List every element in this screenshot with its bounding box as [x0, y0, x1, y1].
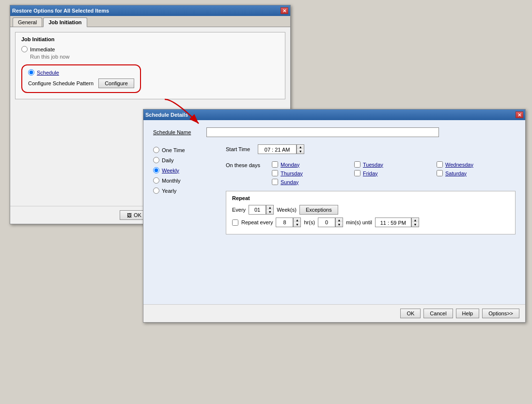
immediate-radio[interactable]	[21, 46, 28, 52]
frequency-panel: One Time Daily Weekly Monthly Yearly	[153, 144, 216, 234]
until-down[interactable]: ▼	[412, 222, 419, 227]
friday-checkbox[interactable]	[354, 170, 360, 176]
hrs-spinner: ▲ ▼	[293, 218, 301, 227]
restore-window-body: Job Initiation Immediate Run this job no…	[10, 27, 290, 109]
monday-checkbox[interactable]	[272, 161, 278, 168]
immediate-label: Immediate	[30, 47, 55, 52]
job-initiation-title: Job Initiation	[21, 36, 279, 42]
schedule-radio-row: Schedule	[28, 69, 134, 76]
schedule-close-button[interactable]: ✕	[516, 111, 523, 118]
saturday-row: Saturday	[437, 170, 514, 176]
repeat-section: Repeat Every ▲ ▼ Week(s) Exceptions	[226, 191, 516, 234]
wednesday-checkbox[interactable]	[437, 161, 443, 168]
monthly-row: Monthly	[153, 177, 216, 184]
on-these-days-label: On these days	[226, 162, 265, 168]
restore-window-title: Restore Options for All Selected Items	[12, 8, 109, 14]
tuesday-label: Tuesday	[363, 162, 383, 168]
configure-row: Configure Schedule Pattern Configure	[28, 78, 134, 88]
saturday-checkbox[interactable]	[437, 170, 443, 176]
monthly-radio[interactable]	[153, 177, 159, 184]
wednesday-label: Wednesday	[445, 162, 473, 168]
tab-general[interactable]: General	[13, 17, 42, 27]
hrs-up[interactable]: ▲	[294, 218, 300, 222]
schedule-footer: OK Cancel Help Options>>	[143, 304, 525, 322]
restore-close-button[interactable]: ✕	[281, 7, 288, 14]
one-time-label: One Time	[162, 147, 185, 153]
hrs-input[interactable]	[276, 218, 293, 227]
mins-input[interactable]	[318, 218, 335, 227]
weeks-label: Week(s)	[277, 207, 297, 213]
immediate-radio-row: Immediate	[21, 46, 279, 52]
thursday-row: Thursday	[272, 170, 349, 176]
restore-title-bar: Restore Options for All Selected Items ✕	[10, 5, 290, 16]
schedule-cancel-button[interactable]: Cancel	[423, 309, 453, 318]
every-input[interactable]	[249, 205, 266, 215]
schedule-body: Schedule Name One Time Daily Weekly	[143, 120, 525, 304]
one-time-radio[interactable]	[153, 147, 159, 153]
friday-row: Friday	[354, 170, 432, 176]
job-initiation-section: Job Initiation Immediate Run this job no…	[15, 32, 285, 99]
mins-spinner: ▲ ▼	[335, 218, 343, 227]
start-time-spinner: ▲ ▼	[297, 144, 304, 154]
days-grid: Monday Tuesday Wednesday	[272, 161, 516, 185]
daily-row: Daily	[153, 157, 216, 163]
tuesday-checkbox[interactable]	[354, 161, 360, 168]
every-down[interactable]: ▼	[266, 210, 273, 214]
every-label: Every	[232, 207, 246, 213]
schedule-help-button[interactable]: Help	[456, 309, 480, 318]
one-time-row: One Time	[153, 147, 216, 153]
weekly-radio[interactable]	[153, 167, 159, 173]
weekly-label: Weekly	[162, 168, 179, 173]
schedule-title-bar: Schedule Details ✕	[143, 109, 525, 120]
until-time-group: 11 : 59 PM ▲ ▼	[375, 218, 419, 227]
exceptions-button[interactable]: Exceptions	[299, 205, 338, 215]
start-time-down[interactable]: ▼	[297, 149, 304, 154]
schedule-options-button[interactable]: Options>>	[482, 309, 519, 318]
every-up[interactable]: ▲	[266, 205, 273, 210]
every-input-group: ▲ ▼	[249, 205, 274, 215]
tab-bar: General Job Initiation	[10, 16, 290, 27]
configure-pattern-label: Configure Schedule Pattern	[28, 80, 94, 86]
repeat-every-row: Repeat every ▲ ▼ hr(s) ▲	[232, 218, 509, 227]
monthly-label: Monthly	[162, 178, 181, 184]
start-time-up[interactable]: ▲	[297, 145, 304, 149]
every-row: Every ▲ ▼ Week(s) Exceptions	[232, 205, 509, 215]
hrs-down[interactable]: ▼	[294, 222, 300, 227]
thursday-checkbox[interactable]	[272, 170, 278, 176]
yearly-label: Yearly	[162, 188, 176, 194]
friday-label: Friday	[363, 171, 378, 176]
wednesday-row: Wednesday	[437, 161, 514, 168]
hrs-input-group: ▲ ▼	[276, 218, 301, 227]
until-time-spinner: ▲ ▼	[411, 218, 419, 227]
configure-button[interactable]: Configure	[98, 78, 134, 88]
schedule-ok-button[interactable]: OK	[400, 309, 421, 318]
run-now-text: Run this job now	[30, 54, 279, 60]
days-section: On these days Monday Tuesday	[226, 161, 516, 185]
yearly-radio[interactable]	[153, 187, 159, 194]
every-spinner: ▲ ▼	[266, 205, 274, 215]
monday-label: Monday	[281, 162, 299, 168]
schedule-highlight-box: Schedule Configure Schedule Pattern Conf…	[21, 64, 141, 93]
sunday-label: Sunday	[281, 179, 298, 185]
schedule-radio[interactable]	[28, 69, 34, 76]
mins-down[interactable]: ▼	[336, 222, 343, 227]
repeat-every-checkbox[interactable]	[232, 219, 238, 226]
thursday-label: Thursday	[281, 171, 303, 176]
schedule-name-input[interactable]	[206, 127, 439, 137]
start-time-box: 07 : 21 AM ▲ ▼	[258, 144, 304, 154]
mins-up[interactable]: ▲	[336, 218, 343, 222]
until-up[interactable]: ▲	[412, 218, 419, 222]
daily-radio[interactable]	[153, 157, 159, 163]
until-time-value[interactable]: 11 : 59 PM	[375, 218, 411, 227]
start-time-row: Start Time 07 : 21 AM ▲ ▼	[226, 144, 516, 154]
daily-label: Daily	[162, 157, 173, 163]
tab-job-initiation[interactable]: Job Initiation	[43, 17, 87, 27]
start-time-value[interactable]: 07 : 21 AM	[258, 144, 297, 154]
schedule-name-label: Schedule Name	[153, 129, 206, 135]
sunday-checkbox[interactable]	[272, 179, 278, 185]
schedule-window-title: Schedule Details	[145, 112, 188, 118]
schedule-label: Schedule	[37, 70, 59, 76]
schedule-name-row: Schedule Name	[153, 127, 516, 137]
min-label: min(s) until	[346, 219, 372, 225]
start-time-label: Start Time	[226, 146, 250, 152]
